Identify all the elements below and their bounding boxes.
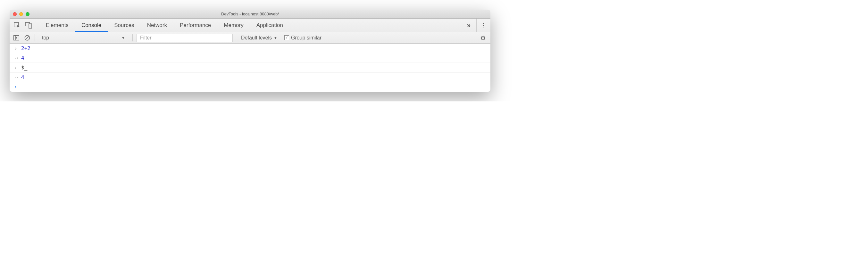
tab-performance[interactable]: Performance xyxy=(174,19,217,32)
inspect-tools xyxy=(10,19,36,32)
inspect-element-icon[interactable] xyxy=(13,22,21,29)
group-similar-toggle[interactable]: Group similar xyxy=(281,35,321,41)
more-vert-icon: ⋮ xyxy=(480,22,487,29)
dropdown-triangle-icon: ▼ xyxy=(274,36,277,40)
window-title: DevTools - localhost:8080/web/ xyxy=(10,11,490,17)
tab-memory[interactable]: Memory xyxy=(217,19,250,32)
prompt-marker-icon xyxy=(13,84,19,89)
code-text: 4 xyxy=(19,55,24,61)
input-marker-icon xyxy=(13,64,19,71)
filter-input[interactable]: Filter xyxy=(136,34,233,42)
checkbox-icon[interactable] xyxy=(284,35,289,40)
console-row: $_ xyxy=(10,63,490,73)
svg-rect-2 xyxy=(29,24,32,28)
console-toolbar: top ▼ Filter Default levels ▼ Group simi… xyxy=(10,32,490,44)
toggle-console-sidebar-icon[interactable] xyxy=(13,34,20,41)
input-marker-icon xyxy=(13,45,19,52)
tab-network[interactable]: Network xyxy=(141,19,174,32)
console-row: 2+2 xyxy=(10,44,490,53)
code-text xyxy=(19,84,22,90)
svg-line-6 xyxy=(26,36,29,39)
separator xyxy=(35,34,35,41)
close-window-button[interactable] xyxy=(13,12,17,16)
console-output[interactable]: 2+24$_4 xyxy=(10,44,490,92)
console-row xyxy=(10,82,490,92)
panel-tabs: ElementsConsoleSourcesNetworkPerformance… xyxy=(36,19,461,32)
log-levels-select[interactable]: Default levels ▼ xyxy=(237,35,277,41)
tab-application[interactable]: Application xyxy=(250,19,289,32)
code-text: 4 xyxy=(19,74,24,80)
chevron-right-double-icon: » xyxy=(467,22,470,29)
execution-context-select[interactable]: top ▼ xyxy=(39,34,128,42)
tab-elements[interactable]: Elements xyxy=(39,19,75,32)
settings-gear-icon[interactable]: ⚙ xyxy=(480,34,487,42)
panel-tabbar: ElementsConsoleSourcesNetworkPerformance… xyxy=(10,19,490,32)
kebab-menu-button[interactable]: ⋮ xyxy=(476,19,490,32)
clear-console-icon[interactable] xyxy=(24,34,31,41)
text-cursor[interactable] xyxy=(22,84,22,90)
window-titlebar: DevTools - localhost:8080/web/ xyxy=(10,10,490,19)
output-marker-icon xyxy=(13,75,19,80)
tab-sources[interactable]: Sources xyxy=(108,19,141,32)
filter-placeholder: Filter xyxy=(140,35,152,41)
console-row: 4 xyxy=(10,73,490,82)
zoom-window-button[interactable] xyxy=(26,12,30,16)
devtools-window: DevTools - localhost:8080/web/ ElementsC… xyxy=(10,10,490,92)
group-similar-label: Group similar xyxy=(291,35,321,41)
tabs-overflow-button[interactable]: » xyxy=(461,22,476,29)
dropdown-triangle-icon: ▼ xyxy=(122,36,125,40)
tab-console[interactable]: Console xyxy=(75,19,108,32)
output-marker-icon xyxy=(13,56,19,61)
separator xyxy=(132,34,133,41)
device-toolbar-icon[interactable] xyxy=(25,22,32,29)
levels-label: Default levels xyxy=(241,35,272,41)
code-text: $_ xyxy=(19,64,27,70)
traffic-lights xyxy=(10,12,30,16)
minimize-window-button[interactable] xyxy=(19,12,23,16)
code-text: 2+2 xyxy=(19,45,30,51)
console-row: 4 xyxy=(10,53,490,63)
context-label: top xyxy=(42,35,49,41)
